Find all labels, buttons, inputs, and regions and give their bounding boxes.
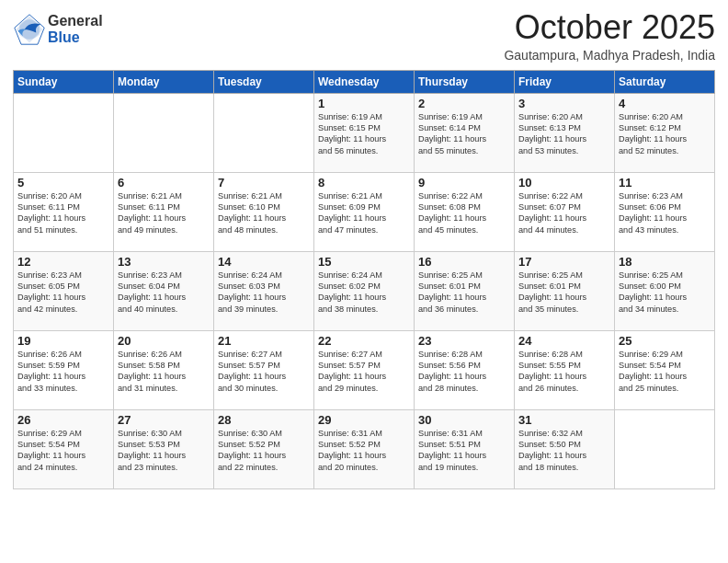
day-number: 28 (218, 413, 310, 427)
day-info: Sunrise: 6:22 AM Sunset: 6:08 PM Dayligh… (418, 190, 510, 236)
day-info: Sunrise: 6:27 AM Sunset: 5:57 PM Dayligh… (318, 349, 410, 395)
day-info: Sunrise: 6:26 AM Sunset: 5:58 PM Dayligh… (118, 349, 210, 395)
day-info: Sunrise: 6:25 AM Sunset: 6:01 PM Dayligh… (518, 270, 610, 316)
day-info: Sunrise: 6:23 AM Sunset: 6:06 PM Dayligh… (619, 190, 711, 236)
day-number: 17 (518, 255, 610, 269)
calendar-cell (615, 409, 715, 488)
weekday-header-monday: Monday (114, 70, 214, 93)
day-number: 18 (619, 255, 711, 269)
calendar-cell: 27Sunrise: 6:30 AM Sunset: 5:53 PM Dayli… (114, 409, 214, 488)
week-row-2: 5Sunrise: 6:20 AM Sunset: 6:11 PM Daylig… (14, 172, 715, 251)
calendar-cell: 16Sunrise: 6:25 AM Sunset: 6:01 PM Dayli… (415, 251, 515, 330)
day-number: 16 (418, 255, 510, 269)
day-number: 8 (318, 176, 410, 190)
calendar-cell: 8Sunrise: 6:21 AM Sunset: 6:09 PM Daylig… (314, 172, 415, 251)
calendar-cell (114, 93, 214, 172)
calendar-cell: 7Sunrise: 6:21 AM Sunset: 6:10 PM Daylig… (214, 172, 314, 251)
calendar-cell: 21Sunrise: 6:27 AM Sunset: 5:57 PM Dayli… (214, 330, 314, 409)
weekday-header-sunday: Sunday (14, 70, 114, 93)
calendar-cell: 13Sunrise: 6:23 AM Sunset: 6:04 PM Dayli… (114, 251, 214, 330)
calendar-cell: 28Sunrise: 6:30 AM Sunset: 5:52 PM Dayli… (214, 409, 314, 488)
day-info: Sunrise: 6:27 AM Sunset: 5:57 PM Dayligh… (218, 349, 310, 395)
day-info: Sunrise: 6:25 AM Sunset: 6:01 PM Dayligh… (418, 270, 510, 316)
week-row-4: 19Sunrise: 6:26 AM Sunset: 5:59 PM Dayli… (14, 330, 715, 409)
day-number: 14 (218, 255, 310, 269)
day-info: Sunrise: 6:30 AM Sunset: 5:53 PM Dayligh… (118, 428, 210, 474)
calendar-cell: 12Sunrise: 6:23 AM Sunset: 6:05 PM Dayli… (14, 251, 114, 330)
day-number: 11 (619, 176, 711, 190)
day-number: 21 (218, 334, 310, 348)
calendar-cell: 19Sunrise: 6:26 AM Sunset: 5:59 PM Dayli… (14, 330, 114, 409)
day-number: 22 (318, 334, 410, 348)
logo: General Blue (13, 13, 103, 46)
weekday-header-tuesday: Tuesday (214, 70, 314, 93)
day-info: Sunrise: 6:19 AM Sunset: 6:14 PM Dayligh… (418, 111, 510, 157)
day-info: Sunrise: 6:24 AM Sunset: 6:03 PM Dayligh… (218, 270, 310, 316)
calendar-cell: 14Sunrise: 6:24 AM Sunset: 6:03 PM Dayli… (214, 251, 314, 330)
day-number: 5 (17, 176, 109, 190)
logo-blue-text: Blue (48, 29, 103, 46)
day-info: Sunrise: 6:23 AM Sunset: 6:05 PM Dayligh… (17, 270, 109, 316)
day-info: Sunrise: 6:28 AM Sunset: 5:55 PM Dayligh… (518, 349, 610, 395)
week-row-5: 26Sunrise: 6:29 AM Sunset: 5:54 PM Dayli… (14, 409, 715, 488)
calendar-cell: 22Sunrise: 6:27 AM Sunset: 5:57 PM Dayli… (314, 330, 415, 409)
calendar-cell: 11Sunrise: 6:23 AM Sunset: 6:06 PM Dayli… (615, 172, 715, 251)
calendar-cell: 3Sunrise: 6:20 AM Sunset: 6:13 PM Daylig… (515, 93, 615, 172)
day-number: 15 (318, 255, 410, 269)
calendar-cell: 24Sunrise: 6:28 AM Sunset: 5:55 PM Dayli… (515, 330, 615, 409)
week-row-1: 1Sunrise: 6:19 AM Sunset: 6:15 PM Daylig… (14, 93, 715, 172)
header: General Blue October 2025 Gautampura, Ma… (13, 9, 715, 63)
calendar-cell: 25Sunrise: 6:29 AM Sunset: 5:54 PM Dayli… (615, 330, 715, 409)
day-number: 6 (118, 176, 210, 190)
calendar-cell: 23Sunrise: 6:28 AM Sunset: 5:56 PM Dayli… (415, 330, 515, 409)
calendar-cell: 10Sunrise: 6:22 AM Sunset: 6:07 PM Dayli… (515, 172, 615, 251)
day-number: 26 (17, 413, 109, 427)
weekday-header-friday: Friday (515, 70, 615, 93)
day-info: Sunrise: 6:20 AM Sunset: 6:11 PM Dayligh… (17, 190, 109, 236)
day-info: Sunrise: 6:31 AM Sunset: 5:52 PM Dayligh… (318, 428, 410, 474)
day-info: Sunrise: 6:28 AM Sunset: 5:56 PM Dayligh… (418, 349, 510, 395)
weekday-header-row: SundayMondayTuesdayWednesdayThursdayFrid… (14, 70, 715, 93)
day-number: 23 (418, 334, 510, 348)
day-info: Sunrise: 6:23 AM Sunset: 6:04 PM Dayligh… (118, 270, 210, 316)
calendar-cell: 31Sunrise: 6:32 AM Sunset: 5:50 PM Dayli… (515, 409, 615, 488)
day-number: 1 (318, 97, 410, 110)
day-number: 4 (619, 97, 711, 110)
day-info: Sunrise: 6:29 AM Sunset: 5:54 PM Dayligh… (619, 349, 711, 395)
day-number: 29 (318, 413, 410, 427)
logo-icon (13, 13, 46, 46)
calendar-cell: 5Sunrise: 6:20 AM Sunset: 6:11 PM Daylig… (14, 172, 114, 251)
day-number: 2 (418, 97, 510, 110)
day-info: Sunrise: 6:31 AM Sunset: 5:51 PM Dayligh… (418, 428, 510, 474)
day-info: Sunrise: 6:29 AM Sunset: 5:54 PM Dayligh… (17, 428, 109, 474)
title-block: October 2025 Gautampura, Madhya Pradesh,… (504, 9, 715, 63)
weekday-header-thursday: Thursday (415, 70, 515, 93)
day-info: Sunrise: 6:22 AM Sunset: 6:07 PM Dayligh… (518, 190, 610, 236)
logo-text: General Blue (48, 13, 103, 45)
day-number: 24 (518, 334, 610, 348)
day-info: Sunrise: 6:19 AM Sunset: 6:15 PM Dayligh… (318, 111, 410, 157)
day-number: 19 (17, 334, 109, 348)
calendar-cell: 4Sunrise: 6:20 AM Sunset: 6:12 PM Daylig… (615, 93, 715, 172)
day-number: 30 (418, 413, 510, 427)
calendar-cell: 6Sunrise: 6:21 AM Sunset: 6:11 PM Daylig… (114, 172, 214, 251)
day-info: Sunrise: 6:20 AM Sunset: 6:12 PM Dayligh… (619, 111, 711, 157)
calendar-cell: 1Sunrise: 6:19 AM Sunset: 6:15 PM Daylig… (314, 93, 415, 172)
day-info: Sunrise: 6:21 AM Sunset: 6:09 PM Dayligh… (318, 190, 410, 236)
page-container: General Blue October 2025 Gautampura, Ma… (0, 0, 728, 563)
day-number: 31 (518, 413, 610, 427)
calendar-cell (214, 93, 314, 172)
calendar-cell: 30Sunrise: 6:31 AM Sunset: 5:51 PM Dayli… (415, 409, 515, 488)
day-number: 9 (418, 176, 510, 190)
day-info: Sunrise: 6:24 AM Sunset: 6:02 PM Dayligh… (318, 270, 410, 316)
calendar-cell: 17Sunrise: 6:25 AM Sunset: 6:01 PM Dayli… (515, 251, 615, 330)
month-title: October 2025 (504, 9, 715, 46)
day-number: 12 (17, 255, 109, 269)
week-row-3: 12Sunrise: 6:23 AM Sunset: 6:05 PM Dayli… (14, 251, 715, 330)
location: Gautampura, Madhya Pradesh, India (504, 48, 715, 63)
calendar-cell: 29Sunrise: 6:31 AM Sunset: 5:52 PM Dayli… (314, 409, 415, 488)
day-info: Sunrise: 6:21 AM Sunset: 6:11 PM Dayligh… (118, 190, 210, 236)
calendar-cell: 18Sunrise: 6:25 AM Sunset: 6:00 PM Dayli… (615, 251, 715, 330)
calendar-cell: 9Sunrise: 6:22 AM Sunset: 6:08 PM Daylig… (415, 172, 515, 251)
day-info: Sunrise: 6:30 AM Sunset: 5:52 PM Dayligh… (218, 428, 310, 474)
